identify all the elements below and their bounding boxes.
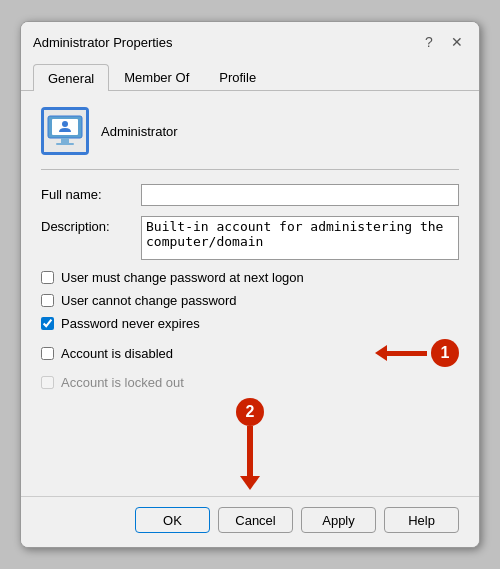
tab-profile[interactable]: Profile [204, 64, 271, 90]
fullname-input[interactable] [141, 184, 459, 206]
help-dialog-button[interactable]: Help [384, 507, 459, 533]
description-label: Description: [41, 216, 141, 234]
fullname-label: Full name: [41, 184, 141, 202]
cb-never-expires-label: Password never expires [61, 316, 200, 331]
tab-content: Administrator Full name: Description: Bu… [21, 91, 479, 496]
cb-locked-out-label: Account is locked out [61, 375, 184, 390]
cancel-button[interactable]: Cancel [218, 507, 293, 533]
user-name: Administrator [101, 124, 178, 139]
checkbox-cannot-change: User cannot change password [41, 293, 459, 308]
down-arrow-shaft [247, 426, 253, 476]
cb-cannot-change-label: User cannot change password [61, 293, 237, 308]
fullname-row: Full name: [41, 184, 459, 206]
annotation-badge-2: 2 [236, 398, 264, 426]
user-avatar-svg [44, 110, 86, 152]
cb-cannot-change-input[interactable] [41, 294, 54, 307]
user-section: Administrator [41, 107, 459, 170]
cb-disabled-label: Account is disabled [61, 346, 173, 361]
checkbox-disabled-inner: Account is disabled [41, 346, 365, 361]
title-bar: Administrator Properties ? ✕ [21, 22, 479, 52]
cb-never-expires-input[interactable] [41, 317, 54, 330]
annotation-badge-1: 1 [431, 339, 459, 367]
buttons-row: OK Cancel Apply Help [21, 496, 479, 547]
description-input[interactable]: Built-in account for administering the c… [141, 216, 459, 260]
ok-button[interactable]: OK [135, 507, 210, 533]
apply-button[interactable]: Apply [301, 507, 376, 533]
svg-rect-4 [56, 143, 74, 145]
arrow-head-left [375, 345, 387, 361]
cb-disabled-input[interactable] [41, 347, 54, 360]
dialog-window: Administrator Properties ? ✕ General Mem… [20, 21, 480, 548]
checkbox-disabled-row: Account is disabled 1 [41, 339, 459, 367]
window-title: Administrator Properties [33, 35, 172, 50]
svg-rect-3 [61, 138, 69, 143]
checkbox-locked-out: Account is locked out [41, 375, 459, 390]
cb-must-change-input[interactable] [41, 271, 54, 284]
arrow-shaft [387, 351, 427, 356]
title-bar-controls: ? ✕ [419, 32, 467, 52]
cb-locked-out-input [41, 376, 54, 389]
down-arrow-head [240, 476, 260, 490]
checkbox-must-change: User must change password at next logon [41, 270, 459, 285]
checkboxes-section: User must change password at next logon … [41, 270, 459, 390]
annotation-arrow-1: 1 [375, 339, 459, 367]
help-button[interactable]: ? [419, 32, 439, 52]
tab-bar: General Member Of Profile [21, 56, 479, 91]
annotation-arrow-2-section: 2 [41, 398, 459, 490]
tab-member-of[interactable]: Member Of [109, 64, 204, 90]
close-button[interactable]: ✕ [447, 32, 467, 52]
svg-point-5 [62, 121, 68, 127]
tab-general[interactable]: General [33, 64, 109, 91]
description-row: Description: Built-in account for admini… [41, 216, 459, 260]
user-avatar [41, 107, 89, 155]
cb-must-change-label: User must change password at next logon [61, 270, 304, 285]
checkbox-never-expires: Password never expires [41, 316, 459, 331]
